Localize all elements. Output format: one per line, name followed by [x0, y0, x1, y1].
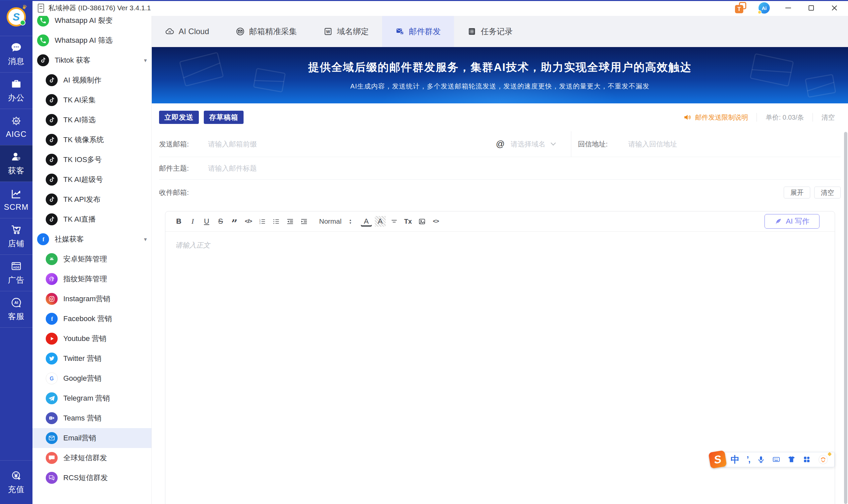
inline-code-button[interactable]: <> [431, 215, 441, 228]
sidebar-item-youtube-marketing[interactable]: Youtube 营销 ▾ [33, 329, 151, 348]
send-now-button[interactable]: 立即发送 [159, 111, 199, 124]
sidebar-item-tk-api-publish[interactable]: TK API发布 ▾ [33, 190, 151, 210]
online-status-dot [20, 20, 25, 25]
task-list-icon [467, 27, 476, 36]
send-limit-link[interactable]: 邮件发送限制说明 [683, 113, 748, 122]
mail-send-icon [395, 27, 404, 36]
ime-punctuation[interactable]: ’, [746, 455, 750, 464]
quill-pen-icon [775, 218, 782, 225]
indent-button[interactable] [299, 215, 309, 228]
sidebar-item-global-sms[interactable]: 全球短信群发 ▾ [33, 448, 151, 468]
tab-ai-cloud[interactable]: AI AI Cloud [152, 16, 222, 47]
ime-voice-input[interactable] [757, 455, 765, 464]
sidebar-item-rcs-sms[interactable]: RCS短信群发 ▾ [33, 468, 151, 488]
ai-assistant-tray-icon[interactable]: Ai [759, 2, 770, 14]
italic-button[interactable]: I [187, 215, 198, 228]
fingerprint-icon [46, 273, 58, 285]
crown-icon: ♛ [20, 3, 28, 11]
rail-item-ads[interactable]: ADS 广告 [0, 254, 33, 291]
close-button[interactable] [829, 3, 840, 13]
blockquote-button[interactable]: ” [229, 215, 240, 228]
from-label: 发送邮箱: [159, 140, 199, 149]
clear-format-button[interactable]: Tx [403, 215, 414, 228]
envelope-decoration [805, 74, 836, 98]
expand-button[interactable]: 展开 [784, 186, 810, 198]
tab-domain-bind[interactable]: W 域名绑定 [310, 16, 382, 47]
sidebar-item-fingerprint-matrix[interactable]: 指纹矩阵管理 ▾ [33, 269, 151, 289]
ai-write-button[interactable]: AI 写作 [764, 214, 819, 229]
subject-input[interactable]: 请输入邮件标题 [208, 164, 257, 173]
tiktok-icon [46, 74, 58, 86]
sidebar-item-tk-ai-super[interactable]: TK AI超级号 ▾ [33, 170, 151, 190]
strikethrough-button[interactable]: S [215, 215, 226, 228]
domain-select[interactable]: @ 请选择域名 [496, 139, 555, 149]
divider [757, 113, 757, 122]
translate-tray-icon[interactable]: T [735, 3, 745, 13]
bold-button[interactable]: B [173, 215, 184, 228]
ime-skin[interactable] [787, 455, 796, 464]
rail-item-shop[interactable]: 店铺 [0, 218, 33, 254]
from-prefix-input[interactable]: 请输入邮箱前缀 [208, 140, 257, 149]
sidebar-item-tk-ai-live[interactable]: TK AI直播 ▾ [33, 210, 151, 229]
envelope-decoration [179, 52, 224, 87]
person-globe-icon [11, 151, 22, 162]
format-select-button[interactable]: Normal▴▾ [315, 215, 355, 228]
ime-virtual-keyboard[interactable] [772, 455, 780, 464]
sidebar-item-android-matrix[interactable]: 安卓矩阵管理 ▾ [33, 249, 151, 269]
outdent-button[interactable] [285, 215, 295, 228]
app-logo[interactable]: ♛ S [7, 7, 26, 26]
sidebar-item-tk-ai-collect[interactable]: TK AI采集 ▾ [33, 90, 151, 110]
sidebar-item-email-marketing[interactable]: Email营销 ▾ [33, 428, 151, 448]
clear-recipients-button[interactable]: 清空 [814, 186, 841, 198]
save-draft-button[interactable]: 存草稿箱 [204, 111, 243, 124]
tiktok-icon [46, 194, 58, 205]
tab-mail-collect[interactable]: 邮箱精准采集 [222, 16, 310, 47]
tab-task-log[interactable]: 任务记录 [454, 16, 526, 47]
sidebar-item-google-marketing[interactable]: G Google营销 ▾ [33, 368, 151, 388]
sidebar-item-social-acquisition[interactable]: f 社媒获客 ▾ [33, 229, 151, 249]
sidebar-item-whatsapp-ai-fission[interactable]: Whatsapp AI 裂变 ▾ [33, 16, 151, 31]
sms-icon [46, 452, 58, 464]
sidebar-item-instagram-marketing[interactable]: Instagram营销 ▾ [33, 289, 151, 309]
ime-emoji[interactable] [818, 454, 828, 465]
sidebar-item-tk-mirror[interactable]: TK 镜像系统 ▾ [33, 130, 151, 150]
sidebar-item-tiktok-acquisition[interactable]: Tiktok 获客 ▾ [33, 50, 151, 70]
sidebar-item-tk-ai-filter[interactable]: TK AI筛选 ▾ [33, 110, 151, 130]
ime-toolbox[interactable] [802, 455, 811, 464]
tab-mail-bulk[interactable]: 邮件群发 [382, 16, 454, 47]
sidebar-item-teams-marketing[interactable]: T Teams 营销 ▾ [33, 408, 151, 428]
maximize-button[interactable] [806, 3, 816, 13]
sogou-logo[interactable]: S [708, 450, 727, 469]
sidebar-item-tk-ios-multi[interactable]: TK IOS多号 ▾ [33, 150, 151, 170]
sidebar-item-telegram-marketing[interactable]: Telegram 营销 ▾ [33, 388, 151, 408]
clear-all-link[interactable]: 清空 [822, 113, 835, 122]
rail-item-support[interactable]: AI 客服 [0, 291, 33, 327]
recipients-label: 收件邮箱: [159, 188, 199, 197]
rail-item-recharge[interactable]: 充值 [0, 460, 33, 504]
minimize-button[interactable] [783, 3, 793, 13]
align-button[interactable] [389, 215, 400, 228]
sidebar-item-ai-video[interactable]: AI 视频制作 ▾ [33, 70, 151, 90]
rail-item-aigc[interactable]: AI AIGC [0, 109, 33, 145]
sidebar-item-facebook-marketing[interactable]: f Facebook 营销 ▾ [33, 309, 151, 329]
insert-image-button[interactable] [417, 215, 428, 228]
underline-button[interactable]: U [201, 215, 212, 228]
rail-item-messages[interactable]: 消息 [0, 36, 33, 72]
vertical-scrollbar[interactable] [844, 132, 847, 504]
reply-address-input[interactable]: 请输入回信地址 [628, 140, 677, 149]
rail-item-office[interactable]: 办公 [0, 72, 33, 109]
svg-text:3: 3 [259, 222, 260, 224]
logo-block: ♛ S [0, 0, 33, 36]
banner-subtitle: AI生成内容，发送统计，多个发送邮箱轮流发送，发送的速度更快，发送的量更大，不重… [350, 82, 650, 91]
bullet-list-button[interactable] [271, 215, 282, 228]
text-color-button[interactable]: A [361, 216, 372, 227]
rail-item-scrm[interactable]: SCRM [0, 182, 33, 218]
ime-chinese-mode[interactable]: 中 [731, 454, 740, 466]
highlight-color-button[interactable]: A [375, 216, 386, 227]
code-block-button[interactable]: </> [243, 215, 254, 228]
ordered-list-button[interactable]: 123 [257, 215, 268, 228]
rail-item-acquisition[interactable]: 获客 [0, 145, 33, 182]
maximize-icon [809, 5, 814, 11]
sidebar-item-whatsapp-ai-filter[interactable]: Whatsapp AI 筛选 ▾ [33, 31, 151, 50]
sidebar-item-twitter-marketing[interactable]: Twitter 营销 ▾ [33, 348, 151, 368]
